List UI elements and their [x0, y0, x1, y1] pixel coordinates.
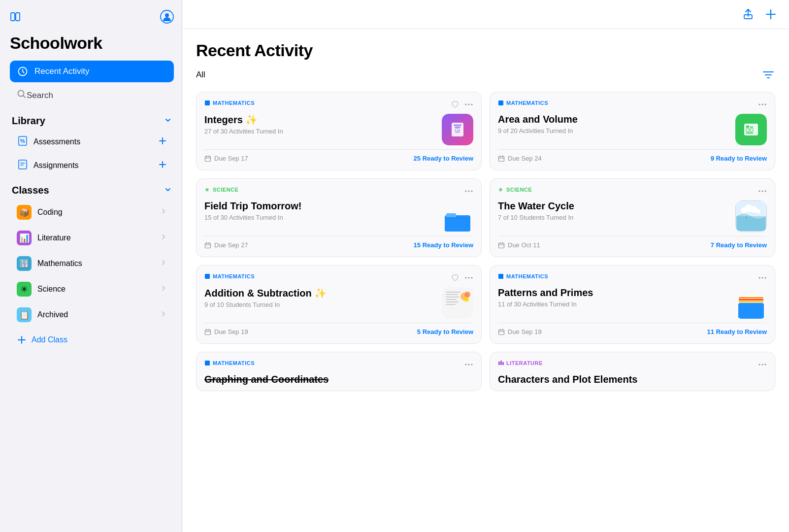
svg-point-40	[759, 191, 760, 192]
card-field-trip-more-icon[interactable]	[464, 187, 473, 198]
card-integers[interactable]: MATHEMATICS	[196, 92, 482, 170]
coding-icon: 📦	[17, 205, 32, 220]
svg-rect-55	[446, 292, 460, 293]
card-integers-more-icon[interactable]	[464, 100, 473, 111]
sidebar-item-assessments[interactable]: % Assessments	[12, 131, 172, 153]
svg-point-83	[762, 364, 763, 366]
sidebar-item-recent-activity[interactable]: Recent Activity	[10, 61, 174, 82]
sidebar-item-mathematics[interactable]: 🔢 Mathematics	[12, 251, 172, 276]
card-characters-more-icon[interactable]	[758, 360, 767, 371]
svg-point-48	[756, 209, 760, 214]
svg-point-67	[762, 277, 763, 279]
svg-rect-79	[498, 362, 500, 365]
card-water-cycle-due: Due Oct 11	[498, 241, 540, 249]
svg-point-34	[471, 191, 473, 192]
filter-icon[interactable]	[761, 68, 775, 82]
card-water-cycle-title: The Water Cycle	[498, 200, 729, 212]
svg-point-76	[465, 364, 467, 366]
card-patterns-primes-more-icon[interactable]	[758, 273, 767, 284]
svg-rect-20	[498, 100, 503, 105]
svg-point-63	[464, 297, 469, 302]
classes-section-header[interactable]: Classes	[10, 178, 174, 200]
card-field-trip-header: ✳ SCIENCE	[204, 187, 473, 198]
filter-bar: All	[196, 68, 775, 82]
svg-text:✳: ✳	[205, 187, 209, 193]
svg-rect-56	[446, 294, 458, 295]
svg-rect-29	[746, 133, 753, 133]
card-graphing-body: Graphing and Coordinates	[204, 374, 473, 387]
svg-rect-60	[446, 304, 456, 305]
add-assignment-icon[interactable]	[158, 160, 167, 171]
mathematics-chevron-icon	[160, 259, 167, 268]
card-addition-subtraction-more-icon[interactable]	[464, 273, 473, 284]
archived-icon: 📋	[17, 307, 32, 322]
card-water-cycle[interactable]: ✳ SCIENCE	[490, 178, 775, 257]
card-addition-subtraction-due: Due Sep 19	[204, 328, 248, 335]
card-characters[interactable]: LITERATURE Characte	[490, 352, 775, 391]
share-icon[interactable]	[742, 8, 755, 21]
sidebar-toggle-icon[interactable]	[10, 11, 21, 24]
card-graphing-more-icon[interactable]	[464, 360, 473, 371]
sidebar-item-literature[interactable]: 📊 Literature	[12, 226, 172, 250]
card-water-cycle-footer: Due Oct 11 7 Ready to Review	[498, 236, 767, 249]
svg-rect-50	[205, 274, 210, 279]
sidebar-item-coding[interactable]: 📦 Coding	[12, 200, 172, 225]
library-section-header[interactable]: Library	[10, 108, 174, 131]
sidebar-item-archived[interactable]: 📋 Archived	[12, 302, 172, 327]
card-field-trip-body: Field Trip Tomorrow! 15 of 30 Activities…	[204, 200, 473, 232]
classes-list: 📦 Coding 📊 Literature 🔢	[10, 200, 174, 328]
card-graphing-header: MATHEMATICS	[204, 360, 473, 371]
card-integers-app-icon: ★	[442, 114, 473, 145]
card-area-volume[interactable]: MATHEMATICS Area an	[490, 92, 775, 170]
card-field-trip-title: Field Trip Tomorrow!	[204, 200, 436, 212]
filter-label: All	[196, 70, 205, 80]
card-addition-subtraction-category: MATHEMATICS	[204, 273, 255, 279]
svg-rect-75	[205, 361, 210, 366]
toolbar	[182, 0, 789, 29]
svg-rect-49	[499, 243, 504, 248]
card-characters-category: LITERATURE	[498, 360, 543, 366]
sidebar-item-assignments[interactable]: Assignments	[12, 154, 172, 177]
card-area-volume-app-icon	[735, 114, 767, 145]
card-patterns-primes-subtitle: 11 of 30 Activities Turned In	[498, 300, 729, 308]
card-integers-heart-icon[interactable]	[451, 100, 460, 111]
svg-rect-1	[16, 13, 20, 21]
add-icon[interactable]	[764, 8, 777, 21]
svg-rect-81	[502, 362, 504, 365]
svg-point-82	[759, 364, 760, 366]
assignments-label: Assignments	[33, 161, 79, 170]
card-addition-subtraction-footer: Due Sep 19 5 Ready to Review	[204, 323, 473, 335]
card-water-cycle-more-icon[interactable]	[758, 187, 767, 198]
card-patterns-primes-header: MATHEMATICS	[498, 273, 767, 284]
mathematics-icon: 🔢	[17, 256, 32, 271]
svg-rect-69	[739, 297, 763, 299]
card-integers-body: Integers ✨ 27 of 30 Activities Turned In…	[204, 114, 473, 145]
search-label: Search	[27, 91, 53, 100]
card-integers-category: MATHEMATICS	[204, 100, 255, 106]
svg-point-33	[468, 191, 470, 192]
card-field-trip-ready: 15 Ready to Review	[414, 241, 473, 249]
science-icon: ✳	[17, 282, 32, 297]
card-field-trip-category: ✳ SCIENCE	[204, 187, 238, 193]
card-addition-subtraction-heart-icon[interactable]	[451, 273, 460, 284]
card-patterns-primes[interactable]: MATHEMATICS Pattern	[490, 265, 775, 344]
page-title: Recent Activity	[196, 41, 775, 60]
library-chevron-icon[interactable]	[164, 115, 172, 127]
add-class-button[interactable]: Add Class	[10, 330, 174, 350]
svg-point-52	[468, 277, 470, 279]
main-content-area: Recent Activity All MATHEMATICS	[182, 0, 789, 532]
card-field-trip[interactable]: ✳ SCIENCE	[196, 178, 482, 257]
card-area-volume-more-icon[interactable]	[758, 100, 767, 111]
card-graphing[interactable]: MATHEMATICS Graphin	[196, 352, 482, 391]
svg-point-66	[759, 277, 760, 279]
card-addition-subtraction[interactable]: MATHEMATICS	[196, 265, 482, 344]
add-assessment-icon[interactable]	[158, 136, 167, 147]
sidebar-item-science[interactable]: ✳ Science	[12, 277, 172, 301]
profile-icon[interactable]	[160, 10, 174, 26]
cards-grid: MATHEMATICS	[196, 92, 775, 391]
card-area-volume-footer: Due Sep 24 9 Ready to Review	[498, 149, 767, 162]
svg-text:%: %	[20, 138, 25, 144]
classes-chevron-icon[interactable]	[164, 185, 172, 196]
sidebar-item-search[interactable]: Search	[10, 84, 174, 106]
svg-point-3	[165, 13, 169, 17]
